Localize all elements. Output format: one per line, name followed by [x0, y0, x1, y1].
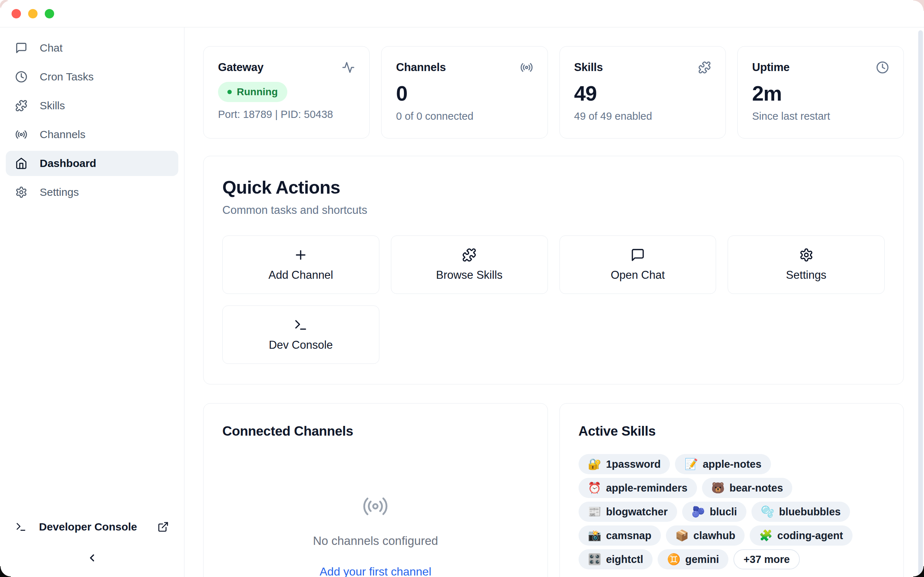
skill-pill: 🫐blucli: [682, 501, 746, 522]
zoom-button[interactable]: [45, 9, 54, 18]
skill-pill: 🔐1password: [578, 454, 670, 474]
skill-name: apple-notes: [703, 458, 762, 470]
channels-empty-state: No channels configured Add your first ch…: [222, 439, 529, 577]
sidebar-item-label: Cron Tasks: [40, 71, 94, 83]
sidebar: Chat Cron Tasks Skills Channels Dashboar…: [0, 27, 184, 577]
skill-name: apple-reminders: [606, 482, 688, 494]
quick-actions-grid: Add Channel Browse Skills Open Chat Sett…: [222, 235, 885, 364]
status-label: Running: [237, 86, 278, 98]
developer-console-button[interactable]: Developer Console: [6, 516, 178, 538]
stat-detail: 49 of 49 enabled: [574, 110, 711, 122]
skill-name: blogwatcher: [606, 506, 668, 518]
skill-name: 1password: [606, 458, 661, 470]
chevron-left-icon: [86, 552, 98, 564]
stat-detail: 0 of 0 connected: [396, 110, 533, 122]
puzzle-icon: [698, 61, 711, 74]
skill-emoji: 📸: [588, 530, 601, 541]
chat-icon: [15, 42, 27, 54]
skill-emoji: 🐻: [711, 482, 725, 493]
skill-pill: ♊gemini: [657, 549, 729, 569]
status-dot: [228, 90, 232, 94]
skill-emoji: 📰: [588, 506, 601, 517]
stat-card-uptime: Uptime 2m Since last restart: [737, 46, 904, 139]
skill-emoji: 🫐: [691, 506, 705, 517]
scrollbar[interactable]: [918, 30, 923, 575]
quick-actions-title: Quick Actions: [222, 177, 885, 198]
close-button[interactable]: [11, 9, 21, 18]
connected-channels-title: Connected Channels: [222, 424, 529, 439]
sidebar-item-dashboard[interactable]: Dashboard: [6, 151, 178, 176]
skill-pill: 📝apple-notes: [675, 454, 771, 474]
skill-pill: 📸camsnap: [578, 525, 661, 546]
quick-actions-section: Quick Actions Common tasks and shortcuts…: [203, 156, 904, 384]
skill-name: camsnap: [606, 530, 651, 542]
stat-card-gateway: Gateway Running Port: 18789 | PID: 50438: [203, 46, 370, 139]
sidebar-nav: Chat Cron Tasks Skills Channels Dashboar…: [6, 35, 178, 208]
skill-name: blucli: [709, 506, 737, 518]
broadcast-icon: [520, 61, 533, 74]
activity-icon: [342, 61, 355, 74]
terminal-icon: [294, 318, 308, 332]
empty-channels-text: No channels configured: [313, 534, 438, 548]
add-channel-button[interactable]: Add Channel: [222, 235, 380, 294]
skill-emoji: ♊: [667, 554, 680, 565]
skill-pill: 🧩coding-agent: [750, 525, 852, 546]
minimize-button[interactable]: [28, 9, 37, 18]
chat-icon: [630, 248, 645, 262]
stat-title: Gateway: [218, 61, 263, 74]
skill-emoji: 📦: [675, 530, 689, 541]
active-skills-title: Active Skills: [578, 424, 885, 439]
stats-row: Gateway Running Port: 18789 | PID: 50438…: [203, 46, 904, 139]
bottom-row: Connected Channels No channels configure…: [203, 403, 904, 577]
plus-icon: [294, 248, 308, 262]
sidebar-item-settings[interactable]: Settings: [6, 180, 178, 205]
sidebar-item-label: Skills: [40, 100, 65, 112]
add-first-channel-link[interactable]: Add your first channel: [320, 565, 432, 577]
clock-icon: [15, 71, 27, 83]
sidebar-footer: Developer Console: [6, 516, 178, 567]
sidebar-collapse-button[interactable]: [86, 552, 98, 565]
skill-pill: 🐻bear-notes: [702, 478, 793, 498]
action-label: Settings: [786, 269, 827, 282]
sidebar-item-channels[interactable]: Channels: [6, 122, 178, 147]
sidebar-item-label: Dashboard: [40, 157, 96, 169]
home-icon: [15, 157, 27, 169]
action-label: Dev Console: [269, 338, 333, 351]
stat-title: Uptime: [752, 61, 790, 74]
skill-name: bluebubbles: [779, 506, 841, 518]
skill-pill: 📰blogwatcher: [578, 501, 677, 522]
open-chat-button[interactable]: Open Chat: [559, 235, 716, 294]
stat-card-skills: Skills 49 49 of 49 enabled: [559, 46, 726, 139]
skills-pill-list: 🔐1password 📝apple-notes ⏰apple-reminders…: [578, 454, 885, 569]
skill-name: coding-agent: [777, 530, 843, 542]
skill-pill: 🫧bluebubbles: [751, 501, 850, 522]
dev-console-button[interactable]: Dev Console: [222, 305, 380, 364]
skill-emoji: 🎛️: [588, 554, 601, 565]
sidebar-item-cron-tasks[interactable]: Cron Tasks: [6, 64, 178, 89]
broadcast-icon: [15, 128, 27, 141]
sidebar-item-chat[interactable]: Chat: [6, 35, 178, 61]
action-label: Browse Skills: [436, 269, 502, 282]
stat-detail: Port: 18789 | PID: 50438: [218, 108, 355, 121]
settings-button[interactable]: Settings: [728, 235, 885, 294]
skill-name: clawhub: [693, 530, 735, 542]
more-skills-button[interactable]: +37 more: [733, 549, 800, 569]
skill-emoji: 📝: [684, 459, 698, 469]
puzzle-icon: [15, 100, 27, 112]
window-controls: [11, 9, 54, 18]
action-label: Open Chat: [611, 269, 665, 282]
stat-card-channels: Channels 0 0 of 0 connected: [381, 46, 548, 139]
gear-icon: [15, 186, 27, 198]
terminal-icon: [15, 521, 27, 533]
skill-emoji: 🧩: [759, 530, 772, 541]
sidebar-item-skills[interactable]: Skills: [6, 93, 178, 118]
skill-name: bear-notes: [729, 482, 783, 494]
skill-pill: 🎛️eightctl: [578, 549, 653, 569]
stat-title: Channels: [396, 61, 446, 74]
browse-skills-button[interactable]: Browse Skills: [391, 235, 548, 294]
main-content: Gateway Running Port: 18789 | PID: 50438…: [184, 27, 924, 577]
skill-name: gemini: [685, 554, 719, 566]
stat-detail: Since last restart: [752, 110, 889, 122]
skill-emoji: 🫧: [761, 506, 774, 517]
stat-value: 2m: [752, 81, 889, 105]
